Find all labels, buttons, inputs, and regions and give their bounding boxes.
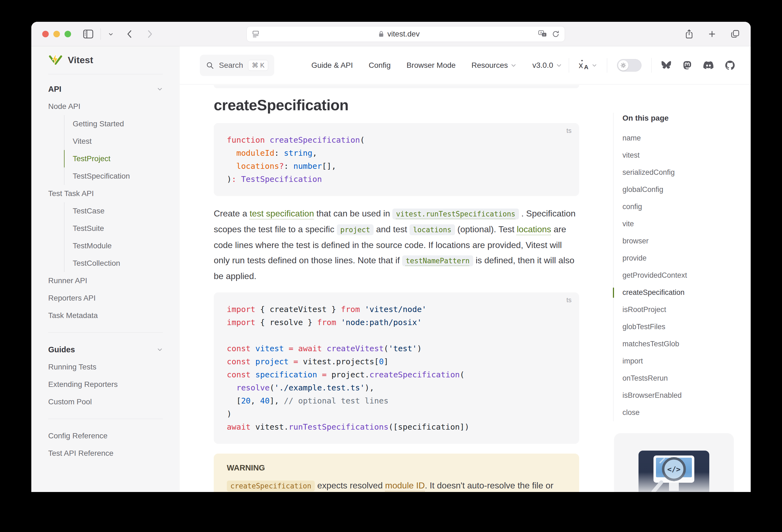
inline-code-link[interactable]: testNamePattern xyxy=(402,255,473,266)
mastodon-link[interactable] xyxy=(683,61,692,70)
sidebar-item-testproject[interactable]: TestProject xyxy=(64,150,163,168)
language-menu-button[interactable]: xA xyxy=(579,61,597,70)
nav-link-label: Resources xyxy=(471,61,508,70)
sponsor-card[interactable]: </> xyxy=(614,433,734,492)
sidebar-item-node-api[interactable]: Node API xyxy=(48,98,163,115)
sidebar-toggle-button[interactable] xyxy=(83,29,94,39)
code-line: import { resolve } from 'node:path/posix… xyxy=(227,316,566,329)
github-link[interactable] xyxy=(725,61,735,70)
sidebar-item-running-tests[interactable]: Running Tests xyxy=(48,358,163,376)
outline-item-vite[interactable]: vite xyxy=(623,215,751,233)
bluesky-link[interactable] xyxy=(662,61,671,70)
nav-link-label: v3.0.0 xyxy=(532,61,553,70)
doc-link[interactable]: locations xyxy=(517,224,551,234)
code-line xyxy=(227,329,566,342)
code-line: const vitest = await createVitest('test'… xyxy=(227,342,566,355)
sidebar-item-getting-started[interactable]: Getting Started xyxy=(64,115,163,133)
nav-link-v3-0-0[interactable]: v3.0.0 xyxy=(532,61,562,70)
sidebar-item-vitest[interactable]: Vitest xyxy=(64,133,163,150)
outline-item-globtestfiles[interactable]: globTestFiles xyxy=(623,318,751,335)
warning-title: WARNING xyxy=(227,463,566,472)
reader-view-icon[interactable] xyxy=(252,30,260,38)
previous-codeblock-remnant xyxy=(214,85,579,88)
minimize-window-button[interactable] xyxy=(54,31,60,37)
outline-item-provide[interactable]: provide xyxy=(623,250,751,267)
outline-item-vitest[interactable]: vitest xyxy=(623,147,751,164)
sidebar-item-test-task-api[interactable]: Test Task API xyxy=(48,185,163,202)
screenshot-stage: vitest.dev Ax xyxy=(0,0,782,532)
outline-item-createspecification[interactable]: createSpecification xyxy=(623,284,751,301)
nav-link-browser-mode[interactable]: Browser Mode xyxy=(406,61,456,70)
discord-icon xyxy=(703,61,714,69)
search-icon xyxy=(206,61,214,69)
sidebar-item-testcollection[interactable]: TestCollection xyxy=(64,255,163,272)
outline-item-getprovidedcontext[interactable]: getProvidedContext xyxy=(623,267,751,284)
outline-item-isbrowserenabled[interactable]: isBrowserEnabled xyxy=(623,387,751,404)
sidebar-section-guides[interactable]: Guides xyxy=(48,341,163,358)
browser-chrome: vitest.dev Ax xyxy=(31,22,751,46)
share-button[interactable] xyxy=(685,29,694,39)
discord-link[interactable] xyxy=(703,61,714,69)
new-tab-button[interactable] xyxy=(708,30,716,38)
sidebar-menu-chevron[interactable] xyxy=(108,31,114,37)
outline-item-isrootproject[interactable]: isRootProject xyxy=(623,301,751,318)
sidebar-item-custom-pool[interactable]: Custom Pool xyxy=(48,393,163,411)
doc-link[interactable]: test specification xyxy=(250,209,314,218)
main-column: Search ⌘ K Guide & APIConfigBrowser Mode… xyxy=(180,46,751,492)
nav-divider xyxy=(569,58,569,73)
sidebar-item-extending-reporters[interactable]: Extending Reporters xyxy=(48,376,163,393)
theme-toggle[interactable] xyxy=(617,59,641,72)
translate-icon[interactable]: Ax xyxy=(538,30,547,38)
outline-item-ontestsrerun[interactable]: onTestsRerun xyxy=(623,370,751,387)
browser-window: vitest.dev Ax xyxy=(31,22,751,492)
code-block-example: ts import { createVitest } from 'vitest/… xyxy=(214,292,579,444)
sidebar-item-testspecification[interactable]: TestSpecification xyxy=(64,168,163,185)
outline-title: On this page xyxy=(623,113,751,123)
code-signature[interactable]: function createSpecification( moduleId: … xyxy=(227,133,566,186)
mastodon-icon xyxy=(683,61,692,70)
reload-icon[interactable] xyxy=(552,30,560,38)
monitor-stand xyxy=(669,483,679,491)
sidebar-item-testsuite[interactable]: TestSuite xyxy=(64,220,163,237)
nav-link-guide-api[interactable]: Guide & API xyxy=(311,61,353,70)
sidebar-item-testcase[interactable]: TestCase xyxy=(64,202,163,220)
sidebar-item-test-api-reference[interactable]: Test API Reference xyxy=(48,445,163,462)
forward-button[interactable] xyxy=(145,29,153,39)
outline-item-name[interactable]: name xyxy=(623,130,751,147)
chevron-down-icon xyxy=(157,86,163,92)
brand[interactable]: Vitest xyxy=(48,46,163,74)
outline-item-import[interactable]: import xyxy=(623,353,751,370)
vitest-logo-icon xyxy=(49,54,62,66)
sidebar-item-testmodule[interactable]: TestModule xyxy=(64,237,163,255)
back-button[interactable] xyxy=(126,29,134,39)
outline-item-config[interactable]: config xyxy=(623,198,751,215)
sidebar-item-reporters-api[interactable]: Reporters API xyxy=(48,289,163,307)
tab-overview-button[interactable] xyxy=(731,29,740,39)
nav-link-config[interactable]: Config xyxy=(369,61,391,70)
outline-item-serializedconfig[interactable]: serializedConfig xyxy=(623,164,751,181)
chevron-down-icon xyxy=(592,63,597,68)
doc-link[interactable]: module ID xyxy=(385,481,425,490)
fullscreen-window-button[interactable] xyxy=(65,31,71,37)
nav-link-resources[interactable]: Resources xyxy=(471,61,517,70)
outline-item-matchestestglob[interactable]: matchesTestGlob xyxy=(623,335,751,353)
search-button[interactable]: Search ⌘ K xyxy=(200,55,274,76)
address-bar[interactable]: vitest.dev Ax xyxy=(246,26,565,42)
chevron-down-icon xyxy=(556,62,562,68)
sidebar-section-api[interactable]: API xyxy=(48,80,163,98)
outline-item-close[interactable]: close xyxy=(623,404,751,421)
code-block-signature: ts function createSpecification( moduleI… xyxy=(214,123,579,196)
github-icon xyxy=(725,61,735,70)
chevron-down-icon xyxy=(157,347,163,353)
sidebar-item-task-metadata[interactable]: Task Metadata xyxy=(48,307,163,324)
inline-code-link[interactable]: vitest.runTestSpecifications xyxy=(392,209,519,219)
close-window-button[interactable] xyxy=(42,31,49,37)
lock-icon xyxy=(378,31,384,38)
text-run: and test xyxy=(374,224,410,234)
code-line: function createSpecification( xyxy=(227,133,566,146)
sidebar-item-runner-api[interactable]: Runner API xyxy=(48,272,163,289)
code-example[interactable]: import { createVitest } from 'vitest/nod… xyxy=(227,303,566,433)
outline-item-globalconfig[interactable]: globalConfig xyxy=(623,181,751,198)
outline-item-browser[interactable]: browser xyxy=(623,233,751,250)
sidebar-item-config-reference[interactable]: Config Reference xyxy=(48,427,163,445)
